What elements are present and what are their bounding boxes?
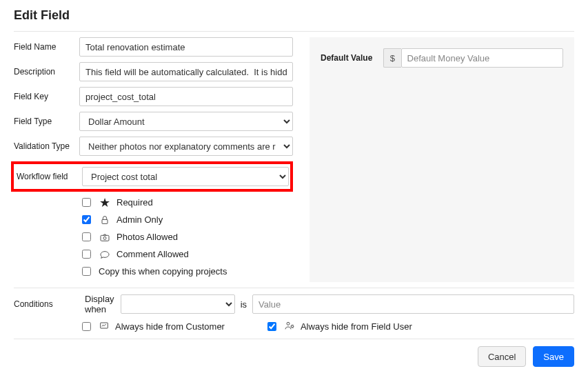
- divider: [14, 31, 574, 32]
- divider: [14, 339, 574, 339]
- hide-customer-checkbox[interactable]: [82, 322, 91, 331]
- field-type-select[interactable]: Dollar Amount: [79, 112, 293, 131]
- save-button[interactable]: Save: [533, 346, 574, 367]
- conditions-label: Conditions: [14, 299, 79, 309]
- svg-rect-3: [101, 323, 108, 328]
- svg-point-2: [103, 237, 106, 239]
- validation-type-select[interactable]: Neither photos nor explanatory comments …: [79, 137, 293, 156]
- default-value-input[interactable]: [401, 48, 563, 68]
- field-key-label: Field Key: [14, 92, 79, 101]
- description-input[interactable]: [79, 62, 293, 81]
- comment-allowed-checkbox[interactable]: [82, 250, 91, 259]
- svg-point-5: [291, 325, 293, 328]
- hide-field-user-checkbox[interactable]: [267, 322, 276, 331]
- field-name-input[interactable]: [79, 37, 293, 57]
- admin-only-checkbox[interactable]: [82, 215, 91, 224]
- comment-allowed-label: Comment Allowed: [116, 249, 189, 259]
- workflow-field-row-highlight: Workflow field Project cost total: [11, 161, 293, 192]
- required-checkbox[interactable]: [82, 198, 91, 207]
- photos-allowed-label: Photos Allowed: [116, 232, 178, 242]
- cancel-button[interactable]: Cancel: [478, 346, 526, 367]
- hide-customer-label: Always hide from Customer: [115, 321, 225, 332]
- svg-rect-0: [102, 219, 108, 223]
- field-user-icon: [284, 320, 295, 333]
- field-name-label: Field Name: [14, 42, 79, 52]
- description-label: Description: [14, 67, 79, 77]
- svg-point-4: [287, 322, 290, 325]
- default-value-label: Default Value: [321, 53, 372, 63]
- display-when-label: Display when: [85, 294, 115, 314]
- svg-rect-1: [101, 235, 109, 241]
- workflow-field-select[interactable]: Project cost total: [82, 167, 289, 186]
- divider: [14, 288, 574, 288]
- page-title: Edit Field: [14, 8, 574, 23]
- admin-only-label: Admin Only: [116, 214, 163, 225]
- copy-project-label: Copy this when copying projects: [99, 266, 227, 277]
- photos-allowed-checkbox[interactable]: [82, 232, 91, 241]
- lock-icon: [99, 214, 111, 226]
- field-key-input[interactable]: [79, 87, 293, 106]
- customer-icon: [99, 320, 110, 333]
- field-type-label: Field Type: [14, 117, 79, 126]
- validation-type-label: Validation Type: [14, 141, 79, 151]
- condition-value-input[interactable]: [252, 294, 574, 314]
- is-label: is: [241, 299, 247, 310]
- copy-project-checkbox[interactable]: [82, 267, 91, 276]
- display-when-select[interactable]: [121, 294, 235, 314]
- comment-icon: [99, 248, 111, 261]
- star-icon: ★: [99, 197, 111, 209]
- camera-icon: [99, 231, 111, 243]
- hide-field-user-label: Always hide from Field User: [301, 321, 412, 332]
- required-label: Required: [116, 197, 153, 208]
- dollar-icon: $: [383, 48, 401, 68]
- workflow-field-label: Workflow field: [14, 172, 82, 181]
